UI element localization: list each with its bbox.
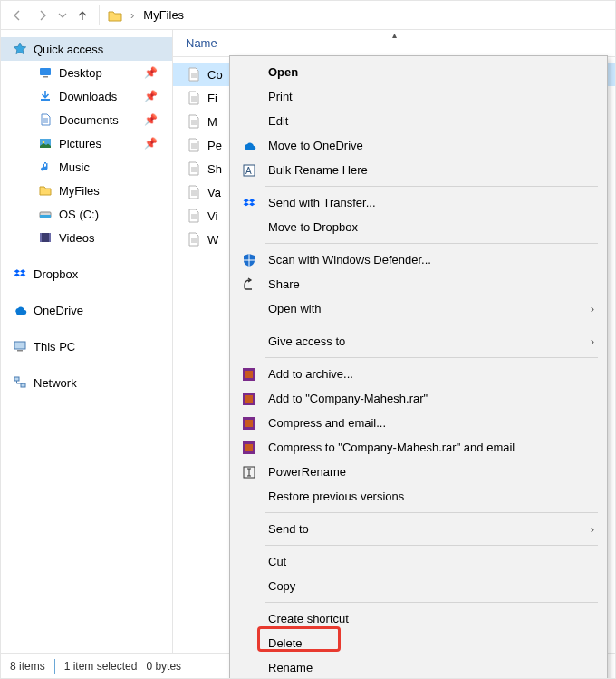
nav-sidebar: Quick access Desktop 📌 Downloads 📌 Docum… <box>1 30 173 653</box>
menu-open-with[interactable]: Open with › <box>232 296 605 321</box>
sidebar-item-label: Downloads <box>59 90 117 103</box>
menu-open[interactable]: Open <box>232 60 605 84</box>
sidebar-item-label: MyFiles <box>59 184 100 198</box>
recent-dropdown[interactable] <box>55 3 70 28</box>
svg-rect-12 <box>14 377 19 381</box>
menu-cut[interactable]: Cut <box>232 549 605 574</box>
svg-rect-6 <box>40 215 51 218</box>
sidebar-dropbox[interactable]: Dropbox <box>1 262 172 286</box>
svg-rect-1 <box>43 76 48 78</box>
file-icon <box>186 184 202 200</box>
menu-create-shortcut[interactable]: Create shortcut <box>232 606 605 631</box>
svg-rect-9 <box>49 233 51 242</box>
menu-restore-previous[interactable]: Restore previous versions <box>232 484 605 509</box>
pin-icon: 📌 <box>144 66 158 79</box>
sidebar-quick-access[interactable]: Quick access <box>1 37 172 61</box>
up-button[interactable] <box>70 3 95 28</box>
status-count: 8 items <box>10 660 45 673</box>
menu-edit[interactable]: Edit <box>232 109 605 133</box>
pin-icon: 📌 <box>144 113 158 126</box>
sidebar-network[interactable]: Network <box>1 371 172 394</box>
svg-rect-23 <box>245 444 253 451</box>
menu-powerrename[interactable]: PowerRename <box>232 460 605 484</box>
winrar-icon <box>241 440 257 456</box>
menu-move-onedrive[interactable]: Move to OneDrive <box>232 133 605 158</box>
sidebar-item-videos[interactable]: Videos <box>1 226 172 249</box>
svg-rect-2 <box>41 99 50 101</box>
document-icon <box>37 112 53 128</box>
menu-compress-rar-email[interactable]: Compress to "Company-Mahesh.rar" and ema… <box>232 435 605 460</box>
file-icon <box>186 90 202 106</box>
svg-text:A: A <box>245 166 252 176</box>
menu-add-to-rar[interactable]: Add to "Company-Mahesh.rar" <box>232 386 605 411</box>
pictures-icon <box>37 135 53 151</box>
context-menu: Open Print Edit Move to OneDrive A Bulk … <box>229 55 608 679</box>
sidebar-item-myfiles[interactable]: MyFiles <box>1 179 172 202</box>
sidebar-label: Quick access <box>34 43 103 56</box>
star-icon <box>12 41 28 57</box>
onedrive-icon <box>12 302 28 318</box>
thispc-icon <box>12 338 28 354</box>
chevron-right-icon: › <box>591 335 594 348</box>
address-bar: › MyFiles <box>1 1 615 30</box>
menu-send-to[interactable]: Send to › <box>232 517 605 541</box>
videos-icon <box>37 229 53 246</box>
share-icon <box>241 276 257 293</box>
status-selection: 1 item selected <box>64 660 138 673</box>
network-icon <box>12 374 28 391</box>
menu-add-archive[interactable]: Add to archive... <box>232 362 605 386</box>
back-button[interactable] <box>5 3 30 28</box>
winrar-icon <box>241 366 257 383</box>
menu-bulk-rename[interactable]: A Bulk Rename Here <box>232 158 605 182</box>
desktop-icon <box>37 64 53 81</box>
menu-move-dropbox[interactable]: Move to Dropbox <box>232 215 605 239</box>
onedrive-icon <box>241 138 257 154</box>
drive-icon <box>37 206 53 222</box>
chevron-right-icon[interactable]: › <box>127 8 138 22</box>
menu-scan-defender[interactable]: Scan with Windows Defender... <box>232 247 605 272</box>
svg-point-4 <box>43 141 45 144</box>
menu-print[interactable]: Print <box>232 84 605 109</box>
sidebar-item-desktop[interactable]: Desktop 📌 <box>1 61 172 84</box>
menu-copy[interactable]: Copy <box>232 574 605 598</box>
sidebar-label: OneDrive <box>34 304 83 317</box>
menu-rename[interactable]: Rename <box>232 655 605 679</box>
column-name[interactable]: Name <box>173 36 217 50</box>
sort-indicator-icon: ▴ <box>392 30 397 40</box>
svg-rect-21 <box>245 420 253 427</box>
sidebar-item-label: Music <box>59 160 90 174</box>
powerrename-icon <box>241 464 257 480</box>
sidebar-label: Network <box>34 376 77 390</box>
status-size: 0 bytes <box>146 660 181 673</box>
svg-rect-11 <box>17 350 23 352</box>
menu-send-transfer[interactable]: Send with Transfer... <box>232 190 605 215</box>
winrar-icon <box>241 391 257 407</box>
file-icon <box>186 231 202 247</box>
sidebar-item-music[interactable]: Music <box>1 155 172 179</box>
file-icon <box>186 66 202 82</box>
sidebar-item-label: Videos <box>59 231 95 245</box>
sidebar-item-documents[interactable]: Documents 📌 <box>1 108 172 131</box>
sidebar-item-label: Desktop <box>59 66 102 80</box>
sidebar-item-drive[interactable]: OS (C:) <box>1 202 172 226</box>
sidebar-onedrive[interactable]: OneDrive <box>1 298 172 322</box>
sidebar-label: Dropbox <box>34 267 78 281</box>
svg-rect-19 <box>245 395 253 403</box>
sidebar-item-label: OS (C:) <box>59 208 99 221</box>
bulk-rename-icon: A <box>241 162 257 179</box>
sidebar-item-downloads[interactable]: Downloads 📌 <box>1 84 172 108</box>
download-icon <box>37 88 53 104</box>
sidebar-thispc[interactable]: This PC <box>1 335 172 358</box>
music-icon <box>37 159 53 175</box>
menu-compress-email[interactable]: Compress and email... <box>232 411 605 435</box>
sidebar-item-pictures[interactable]: Pictures 📌 <box>1 131 172 155</box>
menu-give-access[interactable]: Give access to › <box>232 329 605 354</box>
pin-icon: 📌 <box>144 90 158 102</box>
column-header[interactable]: ▴ Name <box>173 30 615 57</box>
menu-share[interactable]: Share <box>232 272 605 296</box>
svg-rect-8 <box>40 233 42 242</box>
forward-button[interactable] <box>30 3 55 28</box>
menu-delete[interactable]: Delete <box>232 631 605 655</box>
breadcrumb-folder[interactable]: MyFiles <box>138 3 189 28</box>
pin-icon: 📌 <box>144 137 158 150</box>
